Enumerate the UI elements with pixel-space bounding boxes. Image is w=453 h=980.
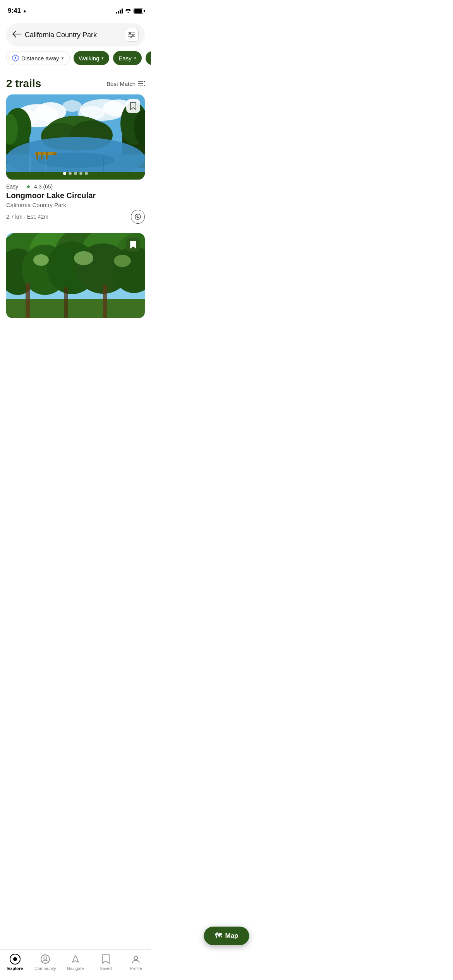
svg-rect-33 <box>36 152 38 159</box>
svg-rect-34 <box>41 152 43 159</box>
dot-4 <box>79 172 82 175</box>
back-button[interactable] <box>12 31 21 39</box>
search-query: California Country Park <box>25 31 121 39</box>
svg-point-16 <box>62 100 82 112</box>
filter-button[interactable] <box>125 28 139 42</box>
image-dots-1 <box>63 172 88 175</box>
distance-chevron-icon: ▾ <box>62 56 64 61</box>
sort-button[interactable]: Best Match <box>106 81 145 87</box>
svg-point-52 <box>74 251 93 265</box>
trail-meta-1: Easy · ★ 4.3 (65) <box>6 183 145 190</box>
walking-filter-label: Walking <box>79 55 100 62</box>
walking-chevron-icon: ▾ <box>101 56 104 61</box>
signal-icon <box>116 8 123 14</box>
trail-image-2[interactable] <box>6 233 145 318</box>
svg-rect-31 <box>103 156 104 172</box>
download-button-1[interactable] <box>131 210 145 224</box>
status-icons <box>116 8 143 14</box>
svg-rect-55 <box>26 283 30 318</box>
bookmark-button-1[interactable] <box>126 99 140 113</box>
bookmark-button-2[interactable] <box>126 238 140 252</box>
svg-rect-29 <box>29 156 31 172</box>
status-bar: 9:41 ▲ <box>0 0 151 19</box>
trails-count: 2 trails <box>6 77 41 90</box>
dot-3 <box>74 172 77 175</box>
trail-card-2 <box>0 233 151 318</box>
svg-point-4 <box>132 34 134 36</box>
svg-rect-30 <box>45 156 46 172</box>
trail-info-1: Easy · ★ 4.3 (65) Longmoor Lake Circular… <box>0 180 151 224</box>
hexagon-icon <box>12 55 19 62</box>
trail-stats-1: 2.7 km · Est. 42m <box>6 214 48 220</box>
trail-name-1[interactable]: Longmoor Lake Circular <box>6 191 145 200</box>
trail-location-1: California Country Park <box>6 202 145 208</box>
dot-5 <box>85 172 88 175</box>
svg-rect-35 <box>46 152 48 159</box>
wifi-icon <box>125 8 131 14</box>
search-bar[interactable]: California Country Park <box>6 23 145 46</box>
location-arrow-icon: ▲ <box>22 8 27 14</box>
trail-difficulty-1: Easy <box>6 183 18 190</box>
dot-2 <box>69 172 72 175</box>
sort-label: Best Match <box>106 81 136 87</box>
star-icon: ★ <box>26 183 31 190</box>
km-filter-pill[interactable]: 0 km <box>146 51 151 65</box>
difficulty-filter-pill[interactable]: Easy ▾ <box>113 51 141 65</box>
svg-rect-36 <box>53 152 57 155</box>
trails-header: 2 trails Best Match <box>0 71 151 94</box>
dot-1 <box>63 172 66 175</box>
svg-rect-57 <box>103 285 107 318</box>
trail-image-1[interactable] <box>6 94 145 180</box>
trail-card-1: Easy · ★ 4.3 (65) Longmoor Lake Circular… <box>0 94 151 224</box>
difficulty-chevron-icon: ▾ <box>134 56 136 61</box>
filter-row: Distance away ▾ Walking ▾ Easy ▾ 0 km <box>0 51 151 71</box>
difficulty-filter-label: Easy <box>118 55 131 62</box>
trail-stats-row-1: 2.7 km · Est. 42m <box>6 210 145 224</box>
distance-filter-pill[interactable]: Distance away ▾ <box>6 51 70 65</box>
svg-rect-56 <box>64 287 68 318</box>
walking-filter-pill[interactable]: Walking ▾ <box>74 51 110 65</box>
distance-filter-label: Distance away <box>21 55 59 62</box>
svg-point-3 <box>129 32 131 34</box>
status-time: 9:41 ▲ <box>8 7 27 15</box>
svg-point-53 <box>114 255 131 267</box>
battery-icon <box>134 9 143 14</box>
svg-point-5 <box>130 36 132 38</box>
svg-point-51 <box>33 254 49 266</box>
trail-rating-1: 4.3 (65) <box>34 183 53 190</box>
sort-icon <box>138 81 145 87</box>
